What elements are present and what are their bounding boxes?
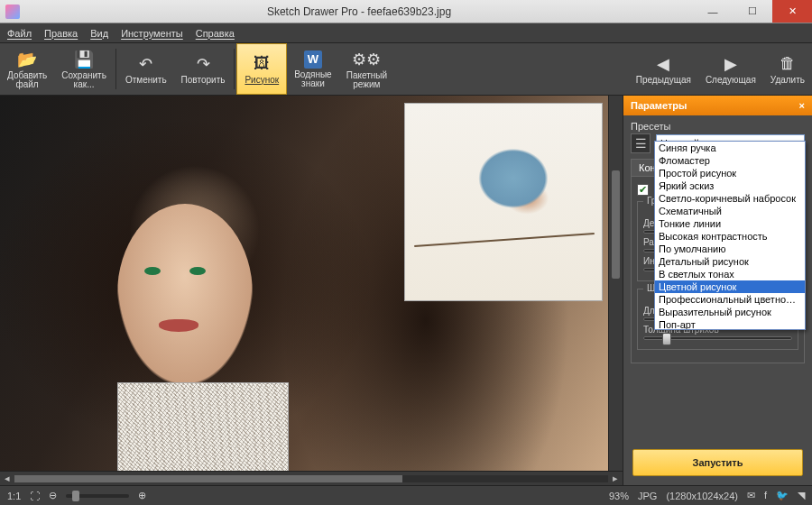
arrow-right-circle-icon: ▶ (721, 54, 741, 74)
picture-mode-button[interactable]: 🖼 Рисунок (236, 43, 287, 95)
add-file-button[interactable]: 📂 Добавить файл (0, 43, 54, 95)
next-image-button[interactable]: ▶ Следующая (698, 43, 763, 95)
menu-view[interactable]: Вид (90, 28, 108, 39)
panel-header: Параметры × (623, 96, 812, 115)
zoom-slider[interactable] (66, 494, 129, 498)
sketch-preview-bird[interactable] (404, 103, 603, 301)
preset-option[interactable]: Яркий эскиз (655, 179, 805, 192)
picture-icon: 🖼 (252, 54, 272, 74)
menu-tools[interactable]: Инструменты (121, 28, 183, 39)
run-button[interactable]: Запустить (632, 449, 803, 476)
preset-option[interactable]: По умолчанию (655, 243, 805, 255)
preset-option[interactable]: Поп-арт (655, 318, 805, 330)
preset-dropdown-list[interactable]: Синяя ручкаФломастерПростой рисунокЯркий… (654, 141, 806, 330)
zoom-in-icon[interactable]: ⊕ (138, 490, 146, 501)
facebook-icon[interactable]: f (764, 490, 767, 501)
zoom-percent: 93% (609, 491, 629, 501)
preset-option[interactable]: Фломастер (655, 154, 805, 167)
delete-button[interactable]: 🗑 Удалить (763, 43, 812, 95)
menubar: Файл Правка Вид Инструменты Справка (0, 23, 812, 43)
preset-option[interactable]: Простой рисунок (655, 167, 805, 179)
titlebar: Sketch Drawer Pro - feefae639b23.jpg — ☐… (0, 0, 812, 23)
presets-label: Пресеты (631, 121, 805, 132)
stroke-width-slider[interactable] (643, 336, 792, 340)
vertical-scrollbar[interactable] (608, 96, 623, 471)
preset-option[interactable]: Тонкие линии (655, 217, 805, 230)
preset-option[interactable]: Схематичный (655, 205, 805, 217)
trash-icon: 🗑 (778, 54, 798, 74)
undo-button[interactable]: ↶ Отменить (118, 43, 174, 95)
app-icon (5, 5, 20, 19)
redo-icon: ↷ (193, 54, 213, 74)
image-format: JPG (638, 491, 657, 501)
menu-help[interactable]: Справка (196, 28, 235, 39)
arrow-left-circle-icon: ◀ (653, 54, 673, 74)
watermark-icon: W (304, 50, 322, 69)
save-icon: 💾 (74, 50, 94, 69)
preset-option[interactable]: Цветной рисунок (655, 280, 805, 293)
workspace: ◂ ▸ Параметры × Пресеты ☰ Цветной рисуно… (0, 96, 812, 485)
preset-option[interactable]: Высокая контрастность (655, 230, 805, 243)
zoom-out-icon[interactable]: ⊖ (49, 490, 57, 501)
close-button[interactable]: ✕ (772, 0, 812, 23)
preset-option[interactable]: Профессиональный цветной набросок (655, 293, 805, 306)
twitter-icon[interactable]: 🐦 (776, 490, 789, 501)
preset-option[interactable]: Выразительный рисунок (655, 306, 805, 318)
preset-option[interactable]: Синяя ручка (655, 142, 805, 154)
social-links: ✉ f 🐦 ◥ (747, 490, 805, 501)
menu-file[interactable]: Файл (7, 28, 32, 39)
gears-icon: ⚙⚙ (356, 50, 376, 69)
checkbox-checked-icon: ✔ (637, 184, 649, 196)
panel-title: Параметры (631, 100, 687, 111)
share-icon[interactable]: ✉ (747, 490, 755, 501)
horizontal-scrollbar[interactable]: ◂ ▸ (0, 471, 623, 485)
toolbar: 📂 Добавить файл 💾 Сохранить как... ↶ Отм… (0, 43, 812, 96)
preset-option[interactable]: В светлых тонах (655, 268, 805, 280)
redo-button[interactable]: ↷ Повторить (174, 43, 233, 95)
canvas-area: ◂ ▸ (0, 96, 623, 485)
menu-edit[interactable]: Правка (44, 28, 78, 39)
window-controls: — ☐ ✕ (693, 0, 812, 23)
save-as-button[interactable]: 💾 Сохранить как... (54, 43, 114, 95)
rss-icon[interactable]: ◥ (798, 490, 805, 501)
maximize-button[interactable]: ☐ (733, 0, 772, 23)
minimize-button[interactable]: — (693, 0, 733, 23)
image-canvas[interactable] (0, 96, 608, 471)
undo-icon: ↶ (136, 54, 156, 74)
parameters-panel: Параметры × Пресеты ☰ Цветной рисунок Си… (623, 96, 812, 485)
window-title: Sketch Drawer Pro - feefae639b23.jpg (25, 5, 693, 18)
image-dimensions: (1280x1024x24) (666, 491, 738, 501)
panel-close-icon[interactable]: × (799, 100, 805, 111)
preset-option[interactable]: Детальный рисунок (655, 255, 805, 268)
batch-mode-button[interactable]: ⚙⚙ Пакетный режим (339, 43, 394, 95)
photo-face (117, 204, 253, 384)
preset-settings-icon[interactable]: ☰ (631, 133, 651, 153)
zoom-ratio: 1:1 (7, 491, 21, 501)
scroll-left-icon[interactable]: ◂ (0, 473, 14, 484)
preset-option[interactable]: Светло-коричневый набросок (655, 192, 805, 205)
prev-image-button[interactable]: ◀ Предыдущая (629, 43, 698, 95)
sketch-preview-bottom[interactable] (117, 382, 289, 471)
statusbar: 1:1 ⛶ ⊖ ⊕ 93% JPG (1280x1024x24) ✉ f 🐦 ◥ (0, 485, 812, 505)
fit-screen-icon[interactable]: ⛶ (30, 491, 40, 501)
folder-open-icon: 📂 (17, 50, 37, 69)
watermark-button[interactable]: W Водяные знаки (287, 43, 339, 95)
scroll-right-icon[interactable]: ▸ (608, 473, 623, 484)
